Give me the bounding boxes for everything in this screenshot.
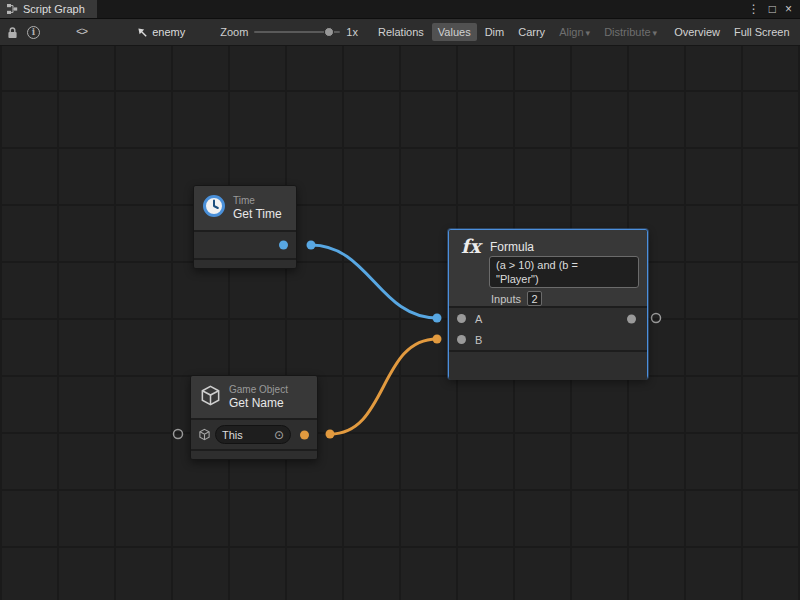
get-time-footer (194, 260, 296, 268)
formula-ports: A B (449, 308, 647, 350)
node-category: Game Object (229, 384, 288, 396)
node-formula[interactable]: fx Formula (a > 10) and (b = "Player") I… (448, 229, 648, 379)
inputs-count-field[interactable]: 2 (527, 291, 542, 306)
title-bar: Script Graph ⋮ □ × (0, 0, 800, 19)
get-name-footer (191, 451, 317, 459)
get-name-output-connection-dot[interactable] (326, 430, 335, 439)
wire-get-time-to-formula-a[interactable] (311, 245, 437, 318)
formula-port-row-b: B (449, 329, 647, 350)
lock-icon[interactable] (7, 26, 18, 39)
zoom-label: Zoom (220, 26, 248, 38)
node-category: Time (233, 195, 282, 207)
maximize-button[interactable]: □ (769, 3, 776, 15)
zoom-slider-handle[interactable] (324, 27, 334, 37)
chevron-down-icon: ▾ (586, 28, 591, 38)
node-get-name[interactable]: Game Object Get Name This ⊙ (190, 375, 318, 460)
get-time-output-port[interactable] (279, 241, 288, 250)
formula-input-a-connection-dot[interactable] (433, 314, 442, 323)
target-object-field[interactable]: This ⊙ (215, 425, 291, 444)
chevron-down-icon: ▾ (653, 28, 658, 38)
get-time-port-row (194, 232, 296, 258)
window-controls: ⋮ □ × (748, 0, 800, 18)
code-view-icon[interactable]: <> (76, 26, 87, 38)
window-menu-button[interactable]: ⋮ (748, 3, 760, 15)
zoom-value: 1x (346, 26, 358, 38)
wires-layer (0, 46, 800, 600)
zoom-slider[interactable] (254, 27, 340, 37)
port-label-a: A (475, 313, 482, 325)
carry-button[interactable]: Carry (512, 23, 551, 41)
align-dropdown: Align▾ (553, 23, 596, 41)
get-name-target-port-ring[interactable] (174, 430, 183, 439)
formula-input-b-connection-dot[interactable] (433, 335, 442, 344)
relations-button[interactable]: Relations (372, 23, 430, 41)
formula-expression-input[interactable]: (a > 10) and (b = "Player") (489, 256, 639, 288)
node-title: Get Time (233, 207, 282, 221)
formula-port-row-a: A (449, 308, 647, 329)
graph-canvas[interactable]: Time Get Time fx Formula (a > 10) and (b… (0, 46, 800, 600)
expression-line: (a > 10) and (b = (496, 259, 632, 273)
distribute-dropdown: Distribute▾ (598, 23, 663, 41)
full-screen-button[interactable]: Full Screen (728, 23, 796, 41)
graph-toolbar: i <> enemy Zoom 1x Relations Values Dim … (0, 19, 800, 46)
get-time-output-connection-dot[interactable] (307, 241, 316, 250)
formula-output-port[interactable] (627, 314, 636, 323)
object-picker-icon[interactable]: ⊙ (274, 429, 284, 441)
info-icon[interactable]: i (27, 26, 40, 39)
node-get-time[interactable]: Time Get Time (193, 185, 297, 269)
formula-output-port-ring[interactable] (652, 314, 661, 323)
cube-mini-icon (198, 428, 211, 441)
formula-input-a-port[interactable] (457, 314, 466, 323)
formula-footer (449, 352, 647, 380)
tab-label: Script Graph (23, 3, 85, 15)
get-name-port-row: This ⊙ (191, 420, 317, 449)
tab-script-graph[interactable]: Script Graph (0, 0, 97, 18)
target-object-value: This (222, 429, 243, 441)
node-title: Formula (490, 240, 534, 254)
clock-icon (202, 194, 226, 222)
close-button[interactable]: × (785, 3, 792, 15)
get-name-header[interactable]: Game Object Get Name (191, 376, 317, 418)
values-button[interactable]: Values (432, 23, 477, 41)
game-object-cube-icon (199, 384, 222, 411)
get-name-output-port[interactable] (300, 430, 309, 439)
overview-button[interactable]: Overview (668, 23, 726, 41)
formula-header[interactable]: fx Formula (a > 10) and (b = "Player") I… (449, 230, 647, 306)
node-title: Get Name (229, 396, 288, 410)
graph-reference[interactable]: enemy (152, 26, 185, 38)
port-label-b: B (475, 334, 482, 346)
get-time-header[interactable]: Time Get Time (194, 186, 296, 230)
inputs-label: Inputs (491, 293, 521, 305)
formula-fx-icon: fx (461, 235, 481, 257)
expression-line: "Player") (496, 273, 632, 287)
formula-input-b-port[interactable] (457, 335, 466, 344)
dim-button[interactable]: Dim (479, 23, 511, 41)
script-graph-icon (6, 3, 18, 15)
wire-get-name-to-formula-b[interactable] (330, 339, 437, 434)
graph-pointer-icon (136, 26, 148, 38)
